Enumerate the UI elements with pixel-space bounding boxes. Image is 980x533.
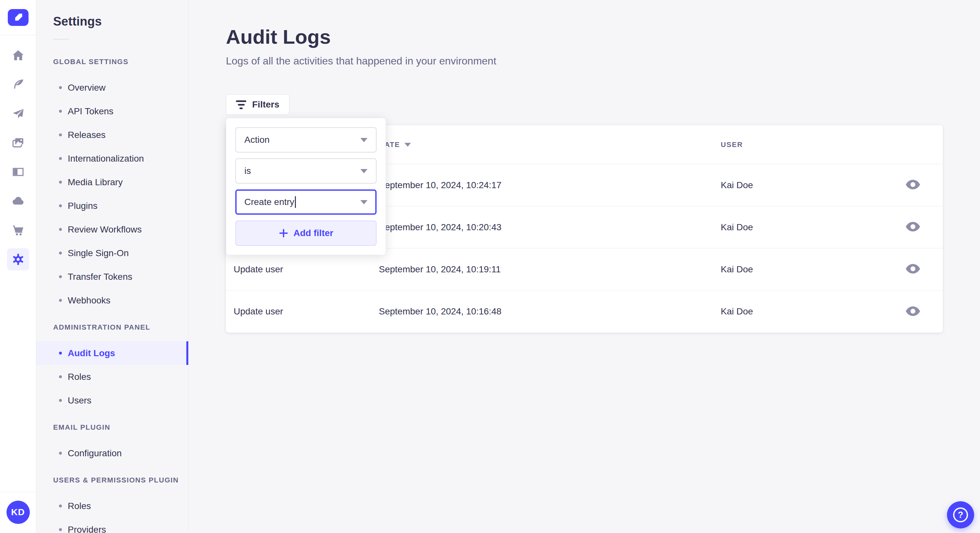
cell-date: September 10, 2024, 10:19:11 <box>379 264 501 274</box>
cell-user: Kai Doe <box>721 180 753 190</box>
eye-icon <box>906 264 920 274</box>
bullet-icon <box>59 399 62 402</box>
filters-button-label: Filters <box>252 99 279 110</box>
bullet-icon <box>59 181 62 184</box>
bullet-icon <box>59 204 62 207</box>
table-row: Update user September 10, 2024, 10:16:48… <box>226 290 943 333</box>
sidebar-item-releases[interactable]: Releases <box>36 123 188 147</box>
question-mark-icon: ? <box>953 508 968 522</box>
bullet-icon <box>59 228 62 231</box>
strapi-logo-icon <box>12 10 25 25</box>
bullet-icon <box>59 157 62 160</box>
filters-button[interactable]: Filters <box>226 94 290 115</box>
bullet-icon <box>59 504 62 508</box>
bullet-icon <box>59 452 62 455</box>
chevron-down-icon <box>360 169 368 173</box>
bullet-icon <box>59 528 62 531</box>
cloud-icon[interactable] <box>7 190 29 212</box>
help-button[interactable]: ? <box>947 501 974 528</box>
bullet-icon <box>59 275 62 278</box>
nav-group-email-plugin: Configuration <box>36 441 188 465</box>
add-filter-label: Add filter <box>294 228 334 238</box>
filter-operator-value: is <box>244 166 251 176</box>
nav-group-administration-panel: Audit Logs Roles Users <box>36 341 188 412</box>
chevron-down-icon <box>360 200 368 204</box>
feather-icon[interactable] <box>7 73 29 95</box>
cell-user: Kai Doe <box>721 222 753 233</box>
plus-icon <box>279 228 288 238</box>
sidebar-item-media-library[interactable]: Media Library <box>36 170 188 194</box>
sidebar-item-admin-users[interactable]: Users <box>36 389 188 412</box>
nav-group-users-permissions-plugin: Roles Providers <box>36 494 188 533</box>
cell-user: Kai Doe <box>721 264 753 274</box>
nav-group-global-settings: Overview API Tokens Releases Internation… <box>36 76 188 312</box>
cell-date: September 10, 2024, 10:24:17 <box>379 180 501 190</box>
filter-popover: Action is Create entry Add filter <box>226 118 386 255</box>
filter-operator-select[interactable]: is <box>235 159 377 184</box>
icon-rail-bottom: KD <box>0 492 36 533</box>
sidebar-item-internationalization[interactable]: Internationalization <box>36 147 188 170</box>
sidebar-item-up-roles[interactable]: Roles <box>36 494 188 518</box>
section-label-global-settings: GLOBAL SETTINGS <box>53 58 188 66</box>
cell-action: Update user <box>234 306 283 317</box>
cell-user: Kai Doe <box>721 306 753 317</box>
filter-field-select[interactable]: Action <box>235 127 377 152</box>
bullet-icon <box>59 133 62 136</box>
bullet-icon <box>59 375 62 378</box>
eye-icon <box>906 222 920 233</box>
section-label-administration-panel: ADMINISTRATION PANEL <box>53 323 188 332</box>
eye-icon <box>906 306 920 317</box>
text-cursor <box>295 196 296 208</box>
home-icon[interactable] <box>7 44 29 67</box>
rail-icon-list <box>7 44 29 270</box>
cell-action: Update user <box>234 264 283 274</box>
sidebar-item-audit-logs[interactable]: Audit Logs <box>36 341 188 365</box>
filter-value-combobox[interactable]: Create entry <box>235 189 377 215</box>
view-details-button[interactable] <box>904 219 922 235</box>
sidebar-item-review-workflows[interactable]: Review Workflows <box>36 217 188 241</box>
media-icon[interactable] <box>7 132 29 154</box>
sidebar-item-up-providers[interactable]: Providers <box>36 518 188 533</box>
page-title: Audit Logs <box>226 25 331 48</box>
sidebar-item-api-tokens[interactable]: API Tokens <box>36 99 188 123</box>
sidebar-item-transfer-tokens[interactable]: Transfer Tokens <box>36 265 188 289</box>
sidebar-item-plugins[interactable]: Plugins <box>36 194 188 217</box>
settings-sidebar: Settings GLOBAL SETTINGS Overview API To… <box>36 0 189 533</box>
bullet-icon <box>59 299 62 302</box>
filter-icon <box>236 100 246 109</box>
icon-rail: KD <box>0 0 36 533</box>
cell-date: September 10, 2024, 10:16:48 <box>379 306 501 317</box>
sidebar-item-single-sign-on[interactable]: Single Sign-On <box>36 241 188 265</box>
view-details-button[interactable] <box>904 304 922 319</box>
bullet-icon <box>59 110 62 113</box>
section-label-email-plugin: EMAIL PLUGIN <box>53 423 188 431</box>
filter-value-text: Create entry <box>244 197 294 207</box>
cell-date: September 10, 2024, 10:20:43 <box>379 222 501 233</box>
bullet-icon <box>59 352 62 355</box>
sidebar-item-overview[interactable]: Overview <box>36 76 188 99</box>
rail-divider-bottom <box>0 492 36 492</box>
view-details-button[interactable] <box>904 262 922 277</box>
paper-plane-icon[interactable] <box>7 103 29 125</box>
strapi-logo[interactable] <box>8 9 29 26</box>
gear-icon[interactable] <box>7 248 29 270</box>
column-header-user: USER <box>721 141 743 149</box>
user-avatar[interactable]: KD <box>6 501 30 524</box>
icon-rail-top <box>0 0 36 270</box>
rail-divider-top <box>0 35 36 35</box>
section-label-users-permissions-plugin: USERS & PERMISSIONS PLUGIN <box>53 476 188 484</box>
bullet-icon <box>59 86 62 89</box>
sidebar-item-admin-roles[interactable]: Roles <box>36 365 188 389</box>
chevron-down-icon <box>360 138 368 142</box>
cart-icon[interactable] <box>7 219 29 241</box>
add-filter-button[interactable]: Add filter <box>235 220 377 246</box>
sidebar-item-webhooks[interactable]: Webhooks <box>36 289 188 312</box>
sidebar-item-email-configuration[interactable]: Configuration <box>36 441 188 465</box>
sidebar-title: Settings <box>53 14 188 29</box>
page-subtitle: Logs of all the activities that happened… <box>226 55 496 67</box>
bullet-icon <box>59 252 62 254</box>
sidebar-divider <box>53 39 69 40</box>
sort-desc-icon <box>404 143 411 147</box>
view-details-button[interactable] <box>904 178 922 193</box>
layout-icon[interactable] <box>7 161 29 183</box>
